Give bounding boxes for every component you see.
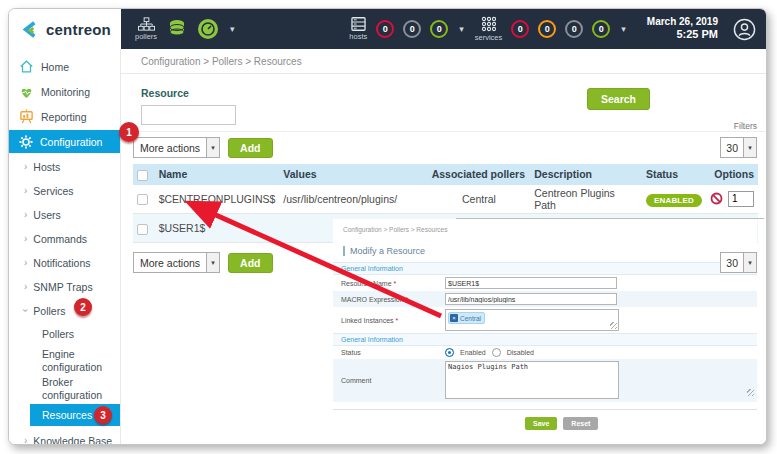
duplicate-count-input[interactable] xyxy=(728,191,754,207)
disable-icon[interactable] xyxy=(710,192,723,205)
form-row-status: Status Enabled Disabled xyxy=(333,346,757,359)
select-arrow-icon: ▾ xyxy=(743,253,756,272)
sidebar-item-home[interactable]: Home xyxy=(9,55,120,78)
modal-breadcrumb: Configuration > Pollers > Resources xyxy=(333,219,757,233)
resize-handle[interactable] xyxy=(747,389,754,396)
add-button[interactable]: Add xyxy=(228,253,272,273)
resize-handle[interactable] xyxy=(610,322,617,329)
status-disabled-radio[interactable] xyxy=(492,348,501,357)
services-chevron-down-icon[interactable]: ▾ xyxy=(621,24,626,34)
breadcrumb: Configuration > Pollers > Resources xyxy=(121,49,766,74)
chevron-right-icon: › xyxy=(24,435,27,445)
sidebar-item-pollers[interactable]: › Pollers xyxy=(9,299,120,322)
row-checkbox[interactable] xyxy=(137,194,148,205)
services-ok-counter[interactable]: 0 xyxy=(592,20,610,38)
logo[interactable]: centreon xyxy=(9,9,121,49)
centreon-logo-icon xyxy=(21,20,40,39)
status-enabled-radio[interactable] xyxy=(445,348,454,357)
search-button[interactable]: Search xyxy=(587,88,650,110)
chevron-right-icon: › xyxy=(24,209,27,220)
pollers-menu[interactable]: pollers xyxy=(135,17,157,41)
column-description[interactable]: Description xyxy=(530,164,642,185)
sidebar-item-commands[interactable]: › Commands xyxy=(9,227,120,250)
top-header: centreon pollers xyxy=(9,9,766,49)
sidebar-item-users[interactable]: › Users xyxy=(9,203,120,226)
form-row-macro-expression: MACRO Expression * xyxy=(333,291,757,307)
hosts-menu[interactable]: hosts xyxy=(349,17,367,41)
sidebar-item-snmp-traps[interactable]: › SNMP Traps xyxy=(9,275,120,298)
hosts-up-counter[interactable]: 0 xyxy=(430,20,448,38)
services-unknown-counter[interactable]: 0 xyxy=(565,20,583,38)
sidebar-item-label: Reporting xyxy=(41,111,87,123)
required-asterisk: * xyxy=(395,317,398,324)
services-warning-counter[interactable]: 0 xyxy=(538,20,556,38)
pollers-label: pollers xyxy=(135,33,157,41)
logo-text: centreon xyxy=(46,21,111,38)
column-associated-pollers[interactable]: Associated pollers xyxy=(428,164,531,185)
resource-name-field[interactable] xyxy=(445,277,617,289)
resource-name[interactable]: $USER1$ xyxy=(155,214,280,243)
sidebar-item-pollers-sub[interactable]: Pollers xyxy=(9,323,120,345)
monitoring-icon xyxy=(19,85,34,99)
modal-footer: Save Reset xyxy=(333,409,757,430)
page-size-select[interactable]: 30 ▾ xyxy=(720,137,757,158)
form-row-comment: Comment Nagios Plugins Path xyxy=(333,359,757,402)
sidebar-item-hosts[interactable]: › Hosts xyxy=(9,155,120,178)
database-status-icon[interactable] xyxy=(166,18,188,40)
resource-name[interactable]: $CENTREONPLUGINS$ xyxy=(155,185,280,214)
app-window: centreon pollers xyxy=(8,8,767,445)
hosts-icon xyxy=(351,17,366,31)
step-badge-3: 3 xyxy=(94,406,112,424)
resource-name-label: Resource Name * xyxy=(341,280,445,287)
more-actions-select[interactable]: More actions ▾ xyxy=(133,252,220,273)
sidebar-item-label: Configuration xyxy=(40,136,102,148)
sidebar-item-configuration[interactable]: Configuration xyxy=(9,130,120,153)
hosts-chevron-down-icon[interactable]: ▾ xyxy=(459,24,464,34)
column-status[interactable]: Status xyxy=(642,164,706,185)
sidebar-item-label: Commands xyxy=(33,233,87,245)
sidebar-item-broker-configuration[interactable]: Broker configuration xyxy=(9,376,120,401)
save-button[interactable]: Save xyxy=(525,417,557,430)
services-critical-counter[interactable]: 0 xyxy=(511,20,529,38)
select-all-checkbox[interactable] xyxy=(137,170,148,181)
add-button[interactable]: Add xyxy=(228,138,272,158)
linked-instances-field[interactable]: × Central xyxy=(445,309,619,331)
resource-pollers: Central xyxy=(428,185,531,214)
user-avatar-icon[interactable] xyxy=(733,18,756,41)
column-name[interactable]: Name xyxy=(155,164,280,185)
sidebar-item-reporting[interactable]: Reporting xyxy=(9,105,120,128)
select-arrow-icon: ▾ xyxy=(206,253,219,272)
instance-tag-label: Central xyxy=(460,315,481,322)
column-values[interactable]: Values xyxy=(279,164,427,185)
table-row[interactable]: $CENTREONPLUGINS$ /usr/lib/centreon/plug… xyxy=(133,185,758,214)
remove-tag-icon[interactable]: × xyxy=(450,314,458,322)
sidebar-item-engine-configuration[interactable]: Engine configuration xyxy=(9,348,120,373)
sidebar-item-label: Knowledge Base xyxy=(33,435,112,445)
step-badge-2: 2 xyxy=(74,298,92,316)
reset-button[interactable]: Reset xyxy=(563,417,598,430)
gauge-status-icon[interactable] xyxy=(197,18,219,40)
more-actions-label: More actions xyxy=(134,142,206,154)
comment-field[interactable]: Nagios Plugins Path xyxy=(445,361,619,399)
row-checkbox[interactable] xyxy=(137,224,148,235)
sidebar-item-services[interactable]: › Services xyxy=(9,179,120,202)
clock: March 26, 2019 5:25 PM xyxy=(647,16,718,42)
hosts-down-counter[interactable]: 0 xyxy=(376,20,394,38)
resource-search-input[interactable] xyxy=(141,105,236,125)
services-menu[interactable]: services xyxy=(475,16,503,42)
sidebar-item-knowledge-base[interactable]: › Knowledge Base xyxy=(9,429,120,445)
poller-chevron-down-icon[interactable]: ▾ xyxy=(230,24,235,34)
more-actions-select[interactable]: More actions ▾ xyxy=(133,137,220,158)
section-general-information-2: General Information xyxy=(333,333,757,346)
macro-expression-field[interactable] xyxy=(445,293,617,305)
sidebar-item-notifications[interactable]: › Notifications xyxy=(9,251,120,274)
page-size-value: 30 xyxy=(721,142,743,154)
sidebar-item-label: Monitoring xyxy=(41,86,90,98)
sidebar-item-monitoring[interactable]: Monitoring xyxy=(9,80,120,103)
page-size-select[interactable]: 30 ▾ xyxy=(720,252,757,273)
select-arrow-icon: ▾ xyxy=(206,138,219,157)
hosts-unreachable-counter[interactable]: 0 xyxy=(403,20,421,38)
column-options[interactable]: Options xyxy=(706,164,758,185)
sidebar-item-label: Services xyxy=(33,185,73,197)
status-disabled-label: Disabled xyxy=(507,349,534,356)
